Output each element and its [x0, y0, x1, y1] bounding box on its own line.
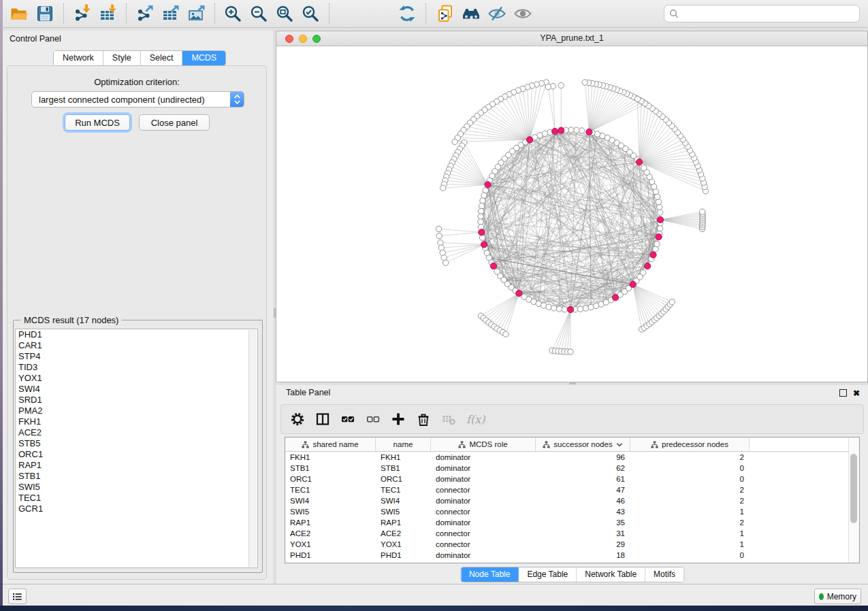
- mcds-result-node[interactable]: TID3: [16, 362, 257, 373]
- clone-network-button[interactable]: [434, 2, 457, 25]
- apply-layout-button[interactable]: [396, 2, 419, 25]
- add-row-button[interactable]: [389, 409, 409, 429]
- toolbar-separator: [126, 3, 127, 24]
- column-header-successor-nodes[interactable]: successor nodes: [536, 437, 630, 451]
- memory-button[interactable]: Memory: [814, 589, 861, 604]
- delete-row-button[interactable]: [414, 409, 434, 429]
- cell-MCDS-role: connector: [431, 540, 536, 548]
- mcds-result-node[interactable]: YOX1: [16, 373, 257, 384]
- run-mcds-button[interactable]: Run MCDS: [65, 114, 130, 131]
- close-panel-icon[interactable]: ✖: [853, 390, 860, 397]
- open-session-icon: [10, 4, 29, 23]
- mcds-result-node[interactable]: PMA2: [16, 406, 257, 416]
- table-row[interactable]: YOX1YOX1connector291: [285, 539, 859, 550]
- cell-MCDS-role: connector: [431, 529, 536, 538]
- open-session-button[interactable]: [8, 2, 31, 25]
- search-input[interactable]: [682, 6, 859, 21]
- tab-select[interactable]: Select: [141, 51, 183, 65]
- mcds-result-node[interactable]: TEC1: [16, 493, 257, 503]
- float-panel-icon[interactable]: [839, 389, 847, 397]
- mcds-result-node[interactable]: FKH1: [16, 416, 257, 427]
- search-field[interactable]: [664, 5, 860, 22]
- table-row[interactable]: ORC1ORC1dominator610: [285, 474, 859, 484]
- table-scrollbar-thumb[interactable]: [850, 454, 857, 523]
- cell-name: PHD1: [376, 551, 431, 559]
- column-header-shared-name[interactable]: shared name: [285, 437, 376, 451]
- tab-edge-table[interactable]: Edge Table: [519, 567, 577, 582]
- mcds-result-node[interactable]: SRD1: [16, 395, 257, 406]
- mcds-result-list[interactable]: PHD1CAR1STP4TID3YOX1SWI4SRD1PMA2FKH1ACE2…: [15, 329, 258, 568]
- tab-network-table[interactable]: Network Table: [577, 567, 645, 582]
- gear-button[interactable]: [288, 409, 308, 429]
- tab-network[interactable]: Network: [54, 51, 103, 65]
- close-panel-button[interactable]: Close panel: [139, 114, 210, 131]
- delete-table-button: [439, 409, 460, 429]
- network-view-window: YPA_prune.txt_1: [276, 31, 868, 382]
- maximize-window-icon[interactable]: [312, 35, 321, 43]
- mcds-result-node[interactable]: GCR1: [16, 503, 257, 514]
- table-row[interactable]: ACE2ACE2connector311: [285, 528, 859, 539]
- tab-mcds[interactable]: MCDS: [182, 51, 225, 65]
- cell-name: SWI5: [376, 508, 431, 516]
- cell-MCDS-role: connector: [431, 486, 536, 494]
- table-row[interactable]: PHD1PHD1dominator180: [285, 550, 859, 561]
- toolbar-group: [433, 2, 536, 25]
- save-session-button[interactable]: [34, 2, 57, 25]
- table-scrollbar[interactable]: [848, 437, 859, 563]
- column-header-MCDS-role[interactable]: MCDS role: [431, 437, 536, 451]
- node-table[interactable]: shared namenameMCDS rolesuccessor nodesp…: [285, 437, 860, 563]
- toolbar-separator: [425, 3, 427, 24]
- mcds-result-node[interactable]: STB5: [16, 438, 257, 449]
- import-table-button[interactable]: [97, 2, 120, 25]
- export-image-button[interactable]: [185, 2, 208, 25]
- show-all-button[interactable]: [512, 2, 535, 25]
- toolbar-group: [69, 2, 121, 25]
- mcds-list-scrollbar[interactable]: [248, 330, 257, 567]
- mcds-result-node[interactable]: SWI4: [16, 384, 257, 395]
- table-row[interactable]: SWI4SWI4dominator462: [285, 495, 859, 506]
- mcds-result-node[interactable]: ORC1: [16, 449, 257, 460]
- zoom-in-button[interactable]: [222, 2, 245, 25]
- mcds-result-node[interactable]: SWI5: [16, 482, 257, 493]
- split-view-button[interactable]: [313, 409, 334, 429]
- find-neighbors-button[interactable]: [460, 2, 483, 25]
- panel-list-button[interactable]: [8, 589, 27, 604]
- table-row[interactable]: TEC1TEC1connector472: [285, 484, 859, 495]
- table-row[interactable]: STB1STB1dominator620: [285, 463, 859, 474]
- main-toolbar: [3, 0, 868, 28]
- tab-motifs[interactable]: Motifs: [645, 567, 684, 582]
- tab-style[interactable]: Style: [103, 51, 141, 65]
- network-view-titlebar[interactable]: YPA_prune.txt_1: [276, 31, 867, 46]
- mcds-result-node[interactable]: RAP1: [16, 460, 257, 471]
- table-row[interactable]: RAP1RAP1dominator352: [285, 517, 859, 528]
- mcds-result-node[interactable]: PHD1: [16, 329, 257, 340]
- close-window-icon[interactable]: [285, 35, 293, 43]
- mcds-result-node[interactable]: STP4: [16, 351, 257, 362]
- zoom-out-button[interactable]: [248, 2, 271, 25]
- minimize-window-icon[interactable]: [299, 35, 307, 43]
- export-network-button[interactable]: [133, 2, 157, 25]
- table-row[interactable]: FKH1FKH1dominator962: [285, 452, 859, 463]
- mcds-result-node[interactable]: ACE2: [16, 427, 257, 438]
- hide-selected-button[interactable]: [486, 2, 509, 25]
- select-all-button[interactable]: [338, 409, 359, 429]
- split-view-icon: [315, 412, 330, 427]
- network-canvas[interactable]: [276, 46, 867, 382]
- deselect-all-button[interactable]: [364, 409, 384, 429]
- mcds-result-node[interactable]: STB1: [16, 471, 257, 482]
- select-all-icon: [340, 412, 355, 427]
- import-network-button[interactable]: [71, 2, 94, 25]
- table-row[interactable]: SWI5SWI5connector431: [285, 506, 859, 517]
- show-all-icon: [513, 4, 532, 23]
- column-header-name[interactable]: name: [376, 437, 431, 451]
- zoom-fit-button[interactable]: [274, 2, 297, 25]
- save-session-icon: [35, 4, 54, 23]
- tab-node-table[interactable]: Node Table: [461, 567, 519, 582]
- column-header-predecessor-nodes[interactable]: predecessor nodes: [630, 437, 750, 451]
- zoom-selected-button[interactable]: [300, 2, 323, 25]
- cell-shared-name: STB1: [285, 464, 376, 472]
- export-table-button[interactable]: [159, 2, 182, 25]
- criterion-select[interactable]: largest connected component (undirected): [31, 91, 244, 108]
- mcds-result-node[interactable]: CAR1: [16, 340, 257, 351]
- cell-predecessor-nodes: 1: [630, 529, 750, 538]
